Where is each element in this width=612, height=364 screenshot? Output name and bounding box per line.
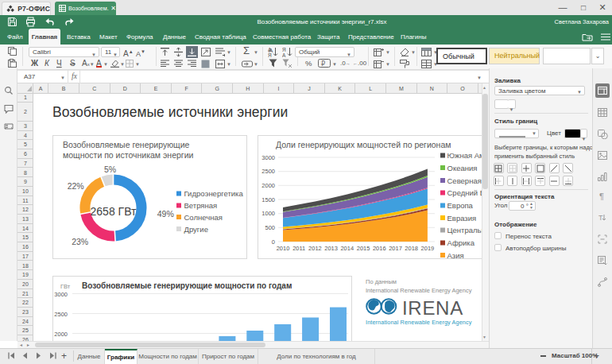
svg-text:International Renewable Energy: International Renewable Energy Agency — [366, 319, 472, 326]
svg-text:2000: 2000 — [261, 182, 275, 189]
svg-text:2019: 2019 — [421, 245, 435, 252]
svg-text:500: 500 — [265, 224, 275, 231]
svg-text:Другие: Другие — [184, 225, 208, 234]
svg-text:22%: 22% — [68, 181, 84, 191]
svg-text:2017: 2017 — [389, 245, 402, 252]
svg-text:ГВт: ГВт — [60, 283, 71, 290]
svg-text:Африка: Африка — [447, 238, 475, 247]
svg-text:Океания: Океания — [447, 164, 478, 172]
svg-text:2010: 2010 — [277, 245, 290, 252]
svg-text:Азия: Азия — [447, 251, 464, 259]
svg-text:2500: 2500 — [54, 311, 68, 318]
svg-text:2012: 2012 — [308, 245, 322, 252]
svg-text:Я: Я — [282, 47, 286, 52]
svg-text:Южная Ам: Южная Ам — [447, 151, 485, 160]
svg-text:49%: 49% — [157, 209, 174, 219]
svg-text:Гидроэнергетика: Гидроэнергетика — [184, 189, 244, 198]
svg-text:2015: 2015 — [357, 245, 370, 252]
svg-text:Солнечная: Солнечная — [184, 213, 223, 222]
svg-text:3000: 3000 — [261, 154, 275, 161]
svg-text:Евразия: Евразия — [447, 214, 477, 223]
svg-text:₽: ₽ — [321, 60, 325, 68]
svg-text:2011: 2011 — [292, 245, 305, 252]
svg-text:2014: 2014 — [340, 245, 354, 252]
svg-text:2500: 2500 — [261, 168, 275, 175]
svg-text:T: T — [598, 214, 603, 222]
svg-text:Центральн: Центральн — [447, 226, 486, 234]
svg-text:2658 ГВт: 2658 ГВт — [91, 205, 137, 218]
svg-text:1000: 1000 — [261, 210, 275, 217]
svg-text:2000: 2000 — [54, 331, 68, 338]
svg-text:Доли генерирующих мощностей по: Доли генерирующих мощностей по регионам — [276, 140, 451, 149]
svg-text:Ветряная: Ветряная — [184, 201, 218, 210]
svg-text:Европа: Европа — [447, 201, 474, 210]
svg-text:А: А — [282, 52, 286, 57]
svg-text:2013: 2013 — [324, 245, 338, 252]
svg-text:Возобновляемые генерирующие мо: Возобновляемые генерирующие мощности по … — [82, 281, 292, 290]
svg-text:1500: 1500 — [261, 196, 275, 203]
svg-text:Я: Я — [268, 52, 272, 57]
svg-text:А: А — [268, 47, 272, 52]
svg-text:2016: 2016 — [373, 245, 386, 252]
svg-text:Средний В: Средний В — [447, 188, 486, 197]
svg-text:2018: 2018 — [405, 245, 418, 252]
svg-text:IRENA: IRENA — [402, 297, 463, 319]
svg-text:23%: 23% — [72, 237, 88, 246]
svg-text:мощности по источникам энергии: мощности по источникам энергии — [63, 150, 193, 160]
svg-text:Возобновляемые генерирующие: Возобновляемые генерирующие — [63, 140, 190, 149]
svg-text:3000: 3000 — [54, 291, 68, 298]
svg-text:5%: 5% — [104, 165, 116, 174]
svg-text:0: 0 — [272, 238, 275, 246]
